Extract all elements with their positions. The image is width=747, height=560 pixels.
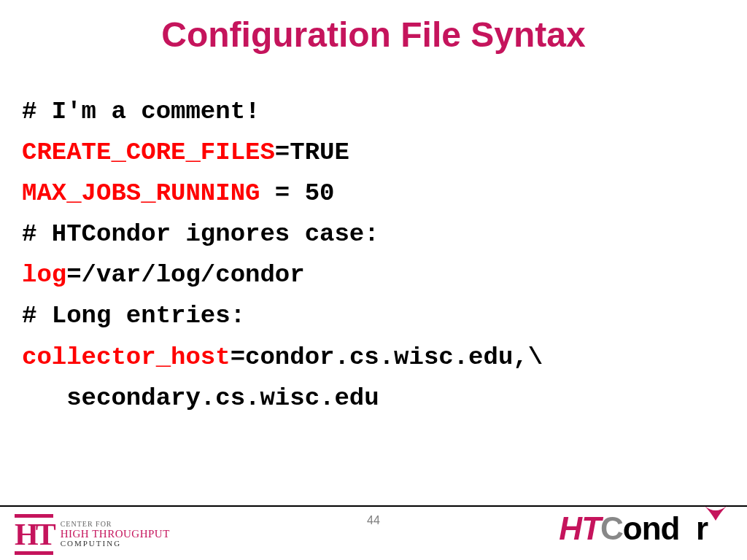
config-value: =TRUE — [275, 139, 349, 166]
code-line: log=/var/log/condor — [22, 254, 725, 295]
slide: Configuration File Syntax # I'm a commen… — [0, 0, 747, 560]
config-key: collector_host — [22, 343, 231, 371]
code-line: CREATE_CORE_FILES=TRUE — [22, 132, 725, 173]
code-line-comment: # Long entries: — [22, 295, 725, 336]
htcondor-logo: HTCond r — [559, 513, 732, 545]
config-value: =/var/log/condor — [66, 261, 304, 289]
config-key: log — [22, 261, 66, 289]
config-continuation: secondary.cs.wisc.edu — [22, 384, 379, 412]
chtc-text: CENTER FOR HIGH THROUGHPUT COMPUTING — [61, 521, 170, 548]
bird-icon — [703, 505, 728, 521]
code-block: # I'm a comment! CREATE_CORE_FILES=TRUE … — [0, 55, 747, 419]
page-number: 44 — [367, 514, 380, 527]
code-line-comment: # HTCondor ignores case: — [22, 214, 725, 254]
footer: HT CENTER FOR HIGH THROUGHPUT COMPUTING … — [0, 505, 747, 560]
code-line: collector_host=condor.cs.wisc.edu,\ — [22, 337, 725, 378]
config-value: =condor.cs.wisc.edu,\ — [231, 343, 543, 371]
config-key: MAX_JOBS_RUNNING — [22, 179, 260, 207]
ht-mark-icon: HT — [15, 514, 53, 555]
code-line: secondary.cs.wisc.edu — [22, 378, 725, 419]
chtc-line2: HIGH THROUGHPUT — [61, 529, 170, 540]
slide-title: Configuration File Syntax — [0, 0, 747, 55]
config-key: CREATE_CORE_FILES — [22, 139, 275, 166]
config-value: = 50 — [260, 179, 334, 207]
chtc-logo: HT CENTER FOR HIGH THROUGHPUT COMPUTING — [15, 514, 170, 555]
code-line: MAX_JOBS_RUNNING = 50 — [22, 173, 725, 214]
code-line-comment: # I'm a comment! — [22, 91, 725, 132]
chtc-line3: COMPUTING — [61, 540, 170, 548]
htcondor-wordmark: HTCond r — [559, 513, 708, 545]
